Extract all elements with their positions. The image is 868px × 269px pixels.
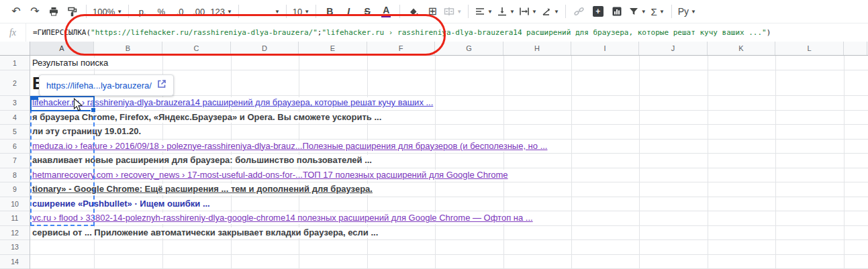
- row-13[interactable]: [30, 240, 868, 255]
- increase-decimal-button[interactable]: .00: [191, 3, 206, 20]
- row-header-14[interactable]: 14: [0, 255, 30, 269]
- row-header-11[interactable]: 11: [0, 211, 30, 226]
- selected-cell-outline[interactable]: [30, 96, 95, 111]
- text-color-button[interactable]: A: [379, 3, 393, 20]
- column-header-D[interactable]: D: [231, 42, 299, 55]
- column-header-F[interactable]: F: [367, 42, 435, 55]
- row-12[interactable]: сервисы от ... Приложение автоматически …: [30, 226, 868, 241]
- column-header-G[interactable]: G: [435, 42, 503, 55]
- horizontal-align-icon[interactable]: ▼: [475, 3, 493, 20]
- row-header-4[interactable]: 4: [0, 111, 30, 125]
- insert-link-icon[interactable]: [572, 3, 587, 20]
- row-header-5[interactable]: 5: [0, 125, 30, 140]
- cell-a7-text[interactable]: анавливает новые расширения для браузера…: [32, 155, 374, 166]
- toolbar-divider: [128, 5, 129, 18]
- insert-chart-icon[interactable]: [610, 3, 624, 20]
- zoom-select[interactable]: 100%▼: [93, 3, 122, 20]
- row-header-12[interactable]: 12: [0, 226, 30, 241]
- row-header-8[interactable]: 8: [0, 168, 30, 183]
- column-header-H[interactable]: H: [503, 42, 571, 55]
- open-link-icon[interactable]: [157, 79, 166, 91]
- chevron-down-icon: ▼: [659, 9, 665, 15]
- column-header-B[interactable]: B: [94, 42, 162, 55]
- row-4[interactable]: я браузера Chrome, Firefox, «Яндекс.Брау…: [30, 111, 868, 125]
- column-header-I[interactable]: I: [571, 42, 639, 55]
- font-family-select[interactable]: ▼: [245, 5, 280, 18]
- cell-a1-text[interactable]: Результаты поиска: [32, 57, 110, 68]
- cell-a9-text[interactable]: tionary» - Google Chrome: Ещё расширения…: [32, 184, 375, 195]
- link-preview-url[interactable]: https://lifeha...lya-brauzera/: [46, 80, 152, 91]
- row-9[interactable]: tionary» - Google Chrome: Ещё расширения…: [30, 182, 868, 197]
- select-all-corner[interactable]: [0, 42, 30, 55]
- row-8[interactable]: hetmanrecovery.com › recovery_news › 17-…: [30, 168, 868, 183]
- toolbar-divider: [316, 5, 316, 18]
- column-header-J[interactable]: J: [639, 42, 708, 55]
- chevron-down-icon: ▼: [691, 9, 696, 15]
- row-header-7[interactable]: 7: [0, 154, 30, 168]
- column-header-A[interactable]: A: [30, 42, 94, 55]
- chevron-down-icon: ▼: [510, 9, 515, 15]
- row-6[interactable]: meduza.io › feature › 2016/09/18 › polez…: [30, 140, 868, 154]
- decrease-decimal-button[interactable]: .0: [173, 3, 187, 20]
- chevron-down-icon: ▼: [641, 9, 646, 15]
- print-icon[interactable]: [46, 3, 61, 20]
- functions-button[interactable]: Σ▼: [650, 3, 665, 20]
- redo-icon[interactable]: ↷: [28, 3, 42, 20]
- row-7[interactable]: анавливает новые расширения для браузера…: [30, 154, 868, 168]
- borders-icon[interactable]: ⊞: [425, 3, 440, 20]
- italic-button[interactable]: I: [341, 3, 356, 20]
- column-header-C[interactable]: C: [162, 42, 231, 55]
- row-header-3[interactable]: 3: [0, 96, 30, 111]
- column-header-partial[interactable]: [844, 42, 867, 55]
- currency-format-button[interactable]: р.: [135, 3, 150, 20]
- row-3[interactable]: lifehacker.ru › rasshireniya-dlya-brauze…: [30, 96, 868, 111]
- percent-format-button[interactable]: %: [154, 3, 168, 20]
- fill-color-icon[interactable]: [406, 3, 421, 20]
- row-5[interactable]: ли эту страницу 19.01.20.: [30, 125, 868, 140]
- vertical-align-icon[interactable]: ▼: [497, 3, 515, 20]
- column-header-K[interactable]: K: [708, 42, 775, 55]
- row-header-2[interactable]: 2: [0, 70, 30, 96]
- row-header-10[interactable]: 10: [0, 197, 30, 212]
- cell-a8-text[interactable]: hetmanrecovery.com › recovery_news › 17-…: [32, 170, 510, 180]
- chevron-down-icon: ▼: [304, 9, 309, 15]
- bold-button[interactable]: B: [322, 3, 337, 20]
- cell-a10-text[interactable]: сширение «Pushbullet» · Ищем ошибки ...: [32, 199, 212, 209]
- column-header-E[interactable]: E: [299, 42, 367, 55]
- cell-a6-text[interactable]: meduza.io › feature › 2016/09/18 › polez…: [32, 141, 549, 152]
- row-14[interactable]: [30, 255, 868, 269]
- row-1[interactable]: Результаты поиска: [30, 56, 868, 70]
- toolbar-divider: [671, 5, 672, 18]
- chevron-down-icon: ▼: [554, 9, 559, 15]
- chevron-down-icon: ▼: [456, 9, 462, 15]
- formula-part: "https://lifehacker.ru/rasshireniya-dlya…: [91, 28, 318, 37]
- chevron-down-icon: ▼: [227, 9, 232, 15]
- row-header-13[interactable]: 13: [0, 240, 30, 255]
- filter-icon[interactable]: ▼: [628, 3, 646, 20]
- chevron-down-icon: ▼: [532, 9, 537, 15]
- row-header-6[interactable]: 6: [0, 140, 30, 154]
- row-header-9[interactable]: 9: [0, 182, 30, 197]
- text-rotation-icon[interactable]: ▼: [541, 3, 559, 20]
- toolbar-divider: [86, 5, 87, 18]
- column-header-L[interactable]: L: [775, 42, 844, 55]
- strikethrough-button[interactable]: S: [360, 3, 375, 20]
- toolbar-divider: [399, 5, 400, 18]
- row-10[interactable]: сширение «Pushbullet» · Ищем ошибки ...: [30, 197, 868, 212]
- cell-a11-text[interactable]: vc.ru › flood › 33802-14-poleznyh-rasshi…: [32, 213, 535, 223]
- fill-handle[interactable]: [91, 107, 96, 113]
- row-header-1[interactable]: 1: [0, 56, 30, 70]
- cell-a5-text[interactable]: ли эту страницу 19.01.20.: [32, 126, 143, 137]
- insert-comment-icon[interactable]: +: [591, 3, 606, 20]
- cell-a4-text[interactable]: я браузера Chrome, Firefox, «Яндекс.Брау…: [32, 112, 383, 123]
- row-11[interactable]: vc.ru › flood › 33802-14-poleznyh-rasshi…: [30, 211, 868, 226]
- formula-input[interactable]: =ГИПЕРССЫЛКА("https://lifehacker.ru/rass…: [33, 28, 771, 37]
- merge-cells-icon[interactable]: ▼: [444, 3, 462, 20]
- cell-a12-text[interactable]: сервисы от ... Приложение автоматически …: [32, 227, 380, 238]
- font-size-select[interactable]: 10▼: [293, 3, 309, 20]
- undo-icon[interactable]: ↶: [9, 3, 23, 20]
- text-wrap-icon[interactable]: ▼: [519, 3, 537, 20]
- input-tools-button[interactable]: Ру▼: [678, 3, 696, 20]
- number-format-button[interactable]: 123▼: [210, 3, 232, 20]
- paint-format-icon[interactable]: [65, 3, 80, 20]
